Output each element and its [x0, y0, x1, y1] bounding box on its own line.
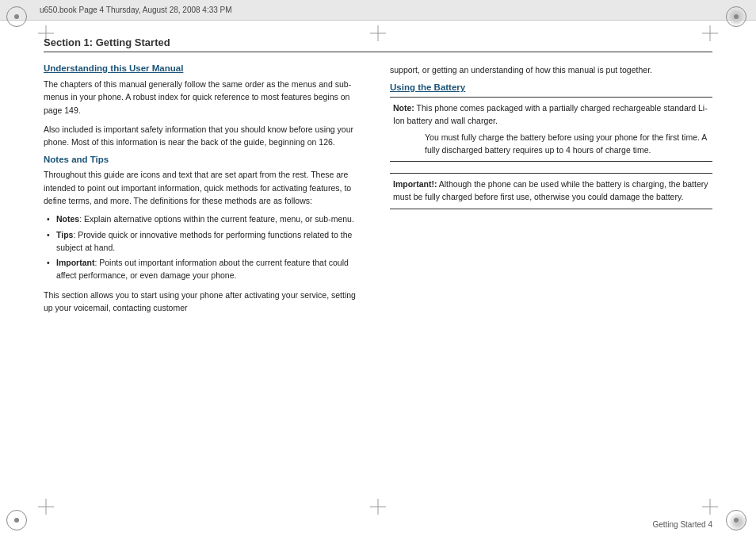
page-header: u650.book Page 4 Thursday, August 28, 20… [0, 0, 756, 21]
main-content: Section 1: Getting Started Understanding… [0, 21, 756, 540]
bullet-list: Notes: Explain alternative options withi… [47, 213, 366, 282]
note1-indent: You must fully charge the battery before… [425, 132, 709, 157]
left-column: Understanding this User Manual The chapt… [44, 63, 366, 320]
bullet-important-label: Important [56, 258, 94, 267]
note-box-1: Note: This phone comes packaged with a p… [390, 97, 712, 162]
bullet-notes: Notes: Explain alternative options withi… [47, 213, 366, 226]
bullet-tips-label: Tips [56, 230, 73, 239]
notes-tips-title: Notes and Tips [44, 155, 366, 164]
using-battery-title: Using the Battery [390, 82, 712, 92]
two-column-layout: Understanding this User Manual The chapt… [44, 63, 712, 320]
bullet-tips-text: : Provide quick or innovative methods fo… [56, 230, 352, 252]
footer-text: Getting Started 4 [652, 520, 712, 529]
note1-text: This phone comes packaged with a partial… [393, 103, 708, 125]
notes-tips-para1: Throughout this guide are icons and text… [44, 168, 366, 207]
header-text: u650.book Page 4 Thursday, August 28, 20… [40, 6, 232, 14]
section-title: Section 1: Getting Started [44, 36, 712, 52]
bullet-tips: Tips: Provide quick or innovative method… [47, 229, 366, 255]
bullet-notes-label: Notes [56, 214, 79, 224]
bullet-important: Important: Points out important informat… [47, 257, 366, 282]
note2-header: Important!: [393, 179, 437, 189]
note2-text: Although the phone can be used while the… [393, 179, 708, 201]
note1-header: Note: [393, 103, 414, 113]
note-box-2: Important!: Although the phone can be us… [390, 173, 712, 209]
bullet-important-text: : Points out important information about… [56, 258, 349, 280]
right-column: support, or getting an understanding of … [390, 63, 712, 320]
notes-tips-para2: This section allows you to start using y… [44, 289, 366, 315]
page-footer: Getting Started 4 [652, 520, 712, 529]
understanding-para2: Also included is important safety inform… [44, 123, 366, 149]
understanding-para1: The chapters of this manual generally fo… [44, 78, 366, 117]
bullet-notes-text: : Explain alternative options within the… [79, 214, 354, 224]
subsection-understanding-title: Understanding this User Manual [44, 63, 366, 73]
right-para1: support, or getting an understanding of … [390, 63, 712, 76]
